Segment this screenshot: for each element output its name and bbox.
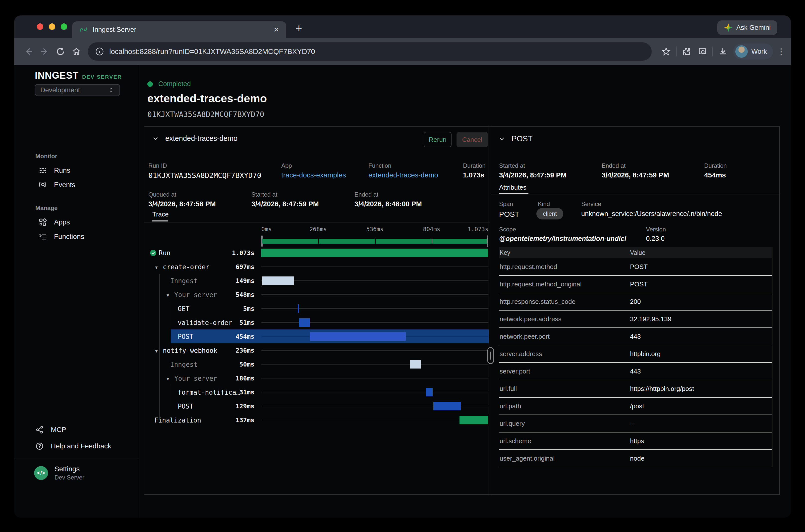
site-info-icon[interactable] (95, 47, 104, 56)
trace-tabs-border (144, 222, 490, 223)
span-bar[interactable] (426, 388, 433, 396)
sidebar-item-mcp[interactable]: MCP (14, 423, 139, 436)
browser-menu-button[interactable]: ⋮ (775, 46, 791, 56)
sidebar-item-label: Events (54, 181, 75, 189)
star-icon (661, 47, 671, 56)
url-text: localhost:8288/run?runID=01KJXTWA35SA8D2… (109, 48, 315, 56)
kind-label: Kind (538, 201, 550, 208)
trace-pane-header[interactable]: extended-traces-demo (152, 134, 238, 142)
window-close-button[interactable] (37, 23, 43, 30)
inngest-logo: INNGEST DEV SERVER (35, 70, 122, 81)
span-bar[interactable] (410, 360, 421, 368)
environment-select[interactable]: Development (35, 84, 120, 96)
trace-row-create-order[interactable]: ▼create-order697ms (144, 260, 490, 274)
sidebar-item-settings[interactable]: </> Settings Dev Server (34, 465, 85, 481)
span-bar[interactable] (262, 277, 294, 285)
sidebar-item-runs[interactable]: Runs (14, 164, 139, 177)
inngest-favicon (79, 25, 88, 34)
rerun-button[interactable]: Rerun (424, 132, 451, 147)
expander-chevron-icon[interactable]: ▼ (166, 377, 170, 382)
home-button[interactable] (69, 43, 85, 59)
tab-trace[interactable]: Trace (152, 210, 169, 218)
meta-label: Duration (463, 162, 486, 169)
attribute-value: https (630, 437, 644, 445)
scope-value: @opentelemetry/instrumentation-undici (499, 235, 626, 243)
sidebar-item-functions[interactable]: Functions (14, 230, 139, 243)
logo-suffix: DEV SERVER (82, 74, 122, 80)
expander-chevron-icon[interactable]: ▼ (166, 293, 170, 298)
apps-icon (39, 218, 47, 226)
reading-mode-button[interactable] (694, 43, 710, 59)
trace-row-your-server[interactable]: ▼Your server548ms (144, 288, 490, 302)
tab-attributes[interactable]: Attributes (499, 184, 526, 191)
window-zoom-button[interactable] (61, 23, 67, 30)
cancel-button[interactable]: Cancel (456, 132, 488, 147)
attribute-key: server.port (499, 367, 630, 375)
span-name: Your server (174, 375, 217, 382)
scope-label: Scope (499, 226, 516, 233)
browser-tab[interactable]: Inngest Server ✕ (72, 21, 286, 38)
trace-row-inngest[interactable]: Inngest149ms (144, 274, 490, 288)
attribute-key: network.peer.address (499, 315, 630, 323)
span-pane-header[interactable]: POST (499, 134, 532, 143)
version-value: 0.23.0 (646, 235, 664, 243)
window-minimize-button[interactable] (49, 23, 55, 30)
attribute-row: url.path/post (499, 398, 772, 415)
expander-chevron-icon[interactable]: ▼ (154, 265, 158, 270)
span-duration: 236ms (236, 347, 255, 354)
span-bar[interactable] (310, 332, 406, 341)
ask-gemini-button[interactable]: Ask Gemini (717, 20, 777, 35)
trace-row-notify-webhook[interactable]: ▼notify-webhook236ms (144, 343, 490, 357)
sidebar-item-label: Apps (54, 218, 70, 226)
minimap-divider (432, 239, 432, 244)
trace-pane-title: extended-traces-demo (165, 134, 238, 142)
back-button[interactable] (21, 43, 37, 59)
new-tab-button[interactable]: + (296, 22, 302, 34)
reload-button[interactable] (53, 43, 69, 59)
row-track-line (261, 281, 488, 281)
trace-row-run[interactable]: Run1.073s (144, 246, 490, 260)
sidebar-section-monitor: Monitor (35, 153, 57, 160)
attribute-value: node (630, 455, 644, 462)
logo-text: INNGEST (35, 70, 79, 81)
expander-chevron-icon[interactable]: ▼ (154, 349, 158, 354)
sidebar-item-help-and-feedback[interactable]: Help and Feedback (14, 439, 139, 453)
extensions-button[interactable] (678, 43, 694, 59)
timeline-minimap[interactable] (261, 235, 488, 247)
sidebar-item-events[interactable]: Events (14, 178, 139, 192)
trace-row-get[interactable]: GET5ms (144, 302, 490, 316)
span-bar[interactable] (298, 304, 299, 313)
trace-row-post[interactable]: POST454ms (144, 329, 490, 343)
trace-row-your-server[interactable]: ▼Your server186ms (144, 371, 490, 385)
functions-icon (39, 232, 47, 241)
span-bar[interactable] (261, 249, 488, 257)
meta-label: Started at (499, 162, 525, 169)
profile-button[interactable]: Work (733, 43, 773, 59)
trace-row-post[interactable]: POST129ms (144, 399, 490, 413)
attribute-value: POST (630, 263, 648, 271)
trace-row-finalization[interactable]: Finalization137ms (144, 413, 490, 427)
meta-value-function[interactable]: extended-traces-demo (369, 171, 438, 179)
trace-pane: extended-traces-demo Rerun Cancel Run ID… (144, 127, 490, 494)
downloads-button[interactable] (715, 43, 731, 59)
indent-guide (170, 385, 170, 406)
sidebar-item-apps[interactable]: Apps (14, 215, 139, 229)
span-bar[interactable] (433, 402, 461, 410)
forward-button[interactable] (37, 43, 53, 59)
mcp-icon (35, 425, 44, 434)
span-bar[interactable] (460, 416, 488, 424)
attribute-key: user_agent.original (499, 455, 630, 462)
pane-resize-handle[interactable] (487, 347, 494, 364)
trace-row-validate-order[interactable]: validate-order51ms (144, 316, 490, 329)
attribute-key: http.response.status_code (499, 298, 630, 306)
trace-row-format-notifica-[interactable]: format-notifica…31ms (144, 385, 490, 399)
url-bar[interactable]: localhost:8288/run?runID=01KJXTWA35SA8D2… (88, 42, 652, 61)
attribute-row: network.peer.address32.192.95.139 (499, 310, 772, 328)
meta-label: App (281, 162, 292, 169)
tab-close-icon[interactable]: ✕ (274, 26, 279, 34)
span-bar[interactable] (299, 318, 310, 327)
meta-value-app[interactable]: trace-docs-examples (281, 171, 346, 179)
bookmark-button[interactable] (658, 43, 674, 59)
trace-row-inngest[interactable]: Inngest50ms (144, 357, 490, 371)
span-name: Finalization (154, 417, 201, 424)
